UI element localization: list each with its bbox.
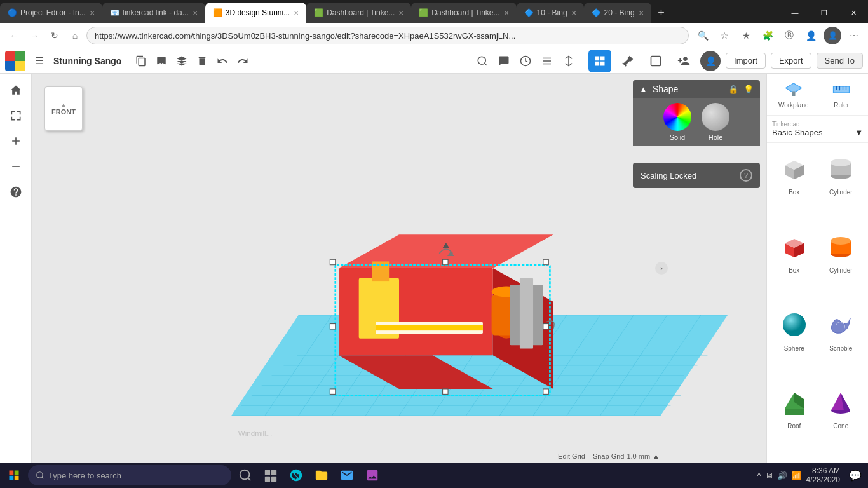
lightbulb-icon[interactable]: 💡 [743, 85, 754, 94]
help-button[interactable] [4, 180, 27, 203]
taskbar-photos-icon[interactable] [361, 464, 384, 487]
tab-2-favicon: 📧 [110, 8, 119, 17]
tinkercad-header: ☰ Stunning Sango [0, 48, 868, 74]
shape-item-box-red[interactable]: Box [772, 226, 817, 302]
collapse-panel-arrow[interactable]: › [655, 262, 668, 274]
scaling-locked-button[interactable]: Scaling Locked ? [633, 163, 760, 188]
import-button[interactable]: Import [726, 53, 766, 69]
tab-2[interactable]: 📧 tinkercad link - da... ✕ [102, 3, 205, 23]
view-zoom-icon[interactable] [473, 51, 492, 71]
taskbar-task-view-icon[interactable] [259, 464, 282, 487]
undo-button[interactable] [213, 51, 232, 71]
shape-item-scribble[interactable]: Scribble [819, 304, 864, 380]
grid-view-button[interactable] [588, 50, 611, 72]
group-button[interactable] [172, 51, 191, 71]
new-tab-button[interactable]: + [651, 3, 672, 23]
shape-item-cylinder-gray[interactable]: Cylinder [819, 148, 864, 224]
fit-view-button[interactable] [4, 104, 27, 127]
measure-icon[interactable] [516, 51, 535, 71]
shape-item-cylinder-orange[interactable]: Cylinder [819, 226, 864, 302]
tab-5-close[interactable]: ✕ [504, 10, 509, 17]
copy-button[interactable] [132, 51, 151, 71]
hole-type-button[interactable]: Hole [702, 103, 729, 141]
snap-arrow-icon[interactable]: ▲ [653, 452, 660, 460]
send-to-button[interactable]: Send To [817, 53, 863, 69]
tray-chevron-icon[interactable]: ^ [757, 471, 761, 480]
profile-avatar[interactable]: 👤 [700, 51, 721, 71]
tab-7-label: 20 - Bing [604, 8, 635, 17]
tab-4-close[interactable]: ✕ [398, 10, 403, 17]
tab-7-close[interactable]: ✕ [639, 10, 644, 17]
back-button[interactable]: ← [5, 27, 23, 44]
tab-5[interactable]: 🟩 Dashboard | Tinke... ✕ [411, 3, 516, 23]
extensions-icon[interactable]: 🧩 [759, 27, 776, 44]
search-bar[interactable]: Type here to search [28, 465, 231, 485]
ruler-button[interactable]: Ruler [820, 78, 864, 111]
close-button[interactable]: ✕ [839, 3, 868, 23]
solid-type-button[interactable]: Solid [663, 103, 691, 141]
delete-button[interactable] [193, 51, 212, 71]
shape-item-cone[interactable]: Cone [819, 382, 864, 458]
taskbar-edge-icon[interactable] [285, 464, 308, 487]
svg-point-69 [783, 313, 806, 336]
shape-item-box-gray[interactable]: Box [772, 148, 817, 224]
home-button[interactable]: ⌂ [66, 27, 84, 44]
system-clock[interactable]: 8:36 AM 4/28/2020 [806, 466, 840, 484]
tab-6-close[interactable]: ✕ [571, 10, 576, 17]
tray-network-icon[interactable]: 🖥 [765, 471, 773, 480]
duplicate-button[interactable] [152, 51, 171, 71]
shape-item-roof[interactable]: Roof [772, 382, 817, 458]
more-options-icon[interactable]: ⋯ [845, 27, 863, 44]
tab-2-close[interactable]: ✕ [193, 10, 198, 17]
taskbar-explorer-icon[interactable] [310, 464, 333, 487]
tab-6[interactable]: 🔷 10 - Bing ✕ [517, 3, 584, 23]
align-icon[interactable] [538, 51, 557, 71]
bing-icon[interactable]: Ⓑ [780, 27, 798, 44]
hamburger-menu-icon[interactable]: ☰ [31, 52, 48, 70]
tab-3-close[interactable]: ✕ [294, 10, 299, 17]
hammer-button[interactable] [616, 50, 639, 72]
tab-4[interactable]: 🟩 Dashboard | Tinke... ✕ [306, 3, 411, 23]
edit-grid-label[interactable]: Edit Grid [558, 452, 585, 460]
restore-button[interactable]: ❐ [810, 3, 839, 23]
mirror-icon[interactable] [559, 51, 578, 71]
category-dropdown[interactable]: Basic Shapes ▼ [772, 128, 863, 137]
shape-item-sphere[interactable]: Sphere [772, 304, 817, 380]
user-plus-button[interactable] [672, 50, 695, 72]
zoom-icon[interactable]: 🔍 [694, 27, 712, 44]
redo-button[interactable] [233, 51, 252, 71]
bookmark-icon[interactable]: ☆ [715, 27, 733, 44]
taskbar-search-icon[interactable] [234, 464, 257, 487]
reload-button[interactable]: ↻ [46, 27, 64, 44]
zoom-out-button[interactable] [4, 155, 27, 178]
lock-icon[interactable]: 🔒 [728, 85, 738, 94]
person-icon[interactable]: 👤 [802, 27, 820, 44]
url-bar[interactable] [86, 27, 689, 44]
home-nav-button[interactable] [4, 79, 27, 102]
shape-category-header[interactable]: Tinkercad Basic Shapes ▼ [767, 116, 868, 143]
box-gray-image [776, 151, 812, 186]
taskbar-mail-icon[interactable] [336, 464, 358, 487]
tab-1[interactable]: 🔵 Project Editor - In... ✕ [0, 3, 102, 23]
tray-wifi-icon[interactable]: 📶 [791, 471, 801, 480]
svg-rect-33 [376, 325, 483, 330]
notification-button[interactable]: 💬 [845, 465, 865, 485]
tab-3[interactable]: 🟧 3D design Stunni... ✕ [205, 3, 306, 23]
forward-button[interactable]: → [25, 27, 43, 44]
profile-button[interactable]: 👤 [824, 27, 841, 44]
export-button[interactable]: Export [771, 53, 811, 69]
start-button[interactable] [3, 464, 25, 487]
comment-icon[interactable] [494, 51, 513, 71]
tray-volume-icon[interactable]: 🔊 [777, 471, 787, 480]
scaling-help-icon[interactable]: ? [740, 169, 752, 182]
workplane-button[interactable]: Workplane [772, 78, 815, 111]
collections-icon[interactable]: ★ [737, 27, 755, 44]
svg-line-81 [42, 477, 44, 479]
tab-1-close[interactable]: ✕ [90, 10, 95, 17]
tinkercad-logo[interactable] [5, 51, 25, 71]
view3d-button[interactable] [644, 50, 667, 72]
tab-7[interactable]: 🔷 20 - Bing ✕ [584, 3, 651, 23]
viewport[interactable]: ▲ FRONT [32, 74, 766, 463]
zoom-in-button[interactable] [4, 130, 27, 152]
minimize-button[interactable]: — [780, 3, 810, 23]
